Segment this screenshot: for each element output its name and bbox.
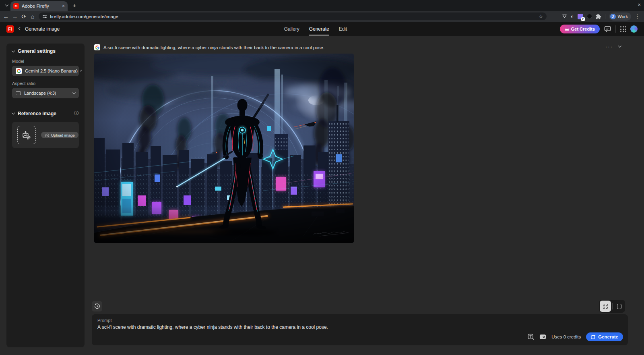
- chevron-down-icon: [12, 49, 15, 52]
- firefly-nav: Gallery Generate Edit: [284, 22, 347, 36]
- funnel-extension-icon[interactable]: [562, 14, 567, 19]
- general-settings-header[interactable]: General settings: [12, 48, 79, 54]
- get-credits-label: Get Credits: [571, 27, 595, 31]
- apps-grid-icon[interactable]: [620, 26, 626, 32]
- generate-button[interactable]: Generate: [586, 332, 623, 341]
- profile-chip[interactable]: J Work: [609, 12, 631, 21]
- site-settings-icon[interactable]: [42, 14, 47, 19]
- toolbar-extensions: ◐ 2 J Work ⋮: [562, 11, 644, 22]
- browser-tab-adobe-firefly[interactable]: Fi Adobe Firefly ×: [10, 1, 68, 11]
- firefly-header: Fi Generate image Gallery Generate Edit …: [0, 22, 644, 36]
- firefly-logo[interactable]: Fi: [6, 25, 14, 33]
- tab-gallery[interactable]: Gallery: [284, 22, 299, 36]
- reference-dropzone[interactable]: [17, 126, 36, 144]
- feedback-bubble-icon[interactable]: [604, 26, 611, 32]
- user-avatar[interactable]: [630, 25, 638, 33]
- info-icon[interactable]: ⓘ: [74, 110, 79, 117]
- cloud-upload-icon: [45, 133, 49, 137]
- aspect-ratio-select[interactable]: Landscape (4:3): [12, 88, 79, 98]
- tab-close-icon[interactable]: ×: [62, 4, 65, 8]
- grid-view-icon: [603, 304, 608, 309]
- new-tab-button[interactable]: +: [71, 2, 78, 9]
- result-model-badge: [94, 44, 100, 50]
- browser-toolbar: ← → ⟳ ⌂ firefly.adobe.com/generate/image…: [0, 11, 644, 22]
- generate-label: Generate: [598, 334, 618, 339]
- crown-icon: [565, 27, 569, 31]
- window-close-button[interactable]: ×: [638, 2, 641, 8]
- home-icon[interactable]: ⌂: [28, 13, 37, 20]
- aspect-ratio-value: Landscape (4:3): [24, 91, 70, 95]
- grid-view-button[interactable]: [600, 301, 611, 312]
- firefly-header-actions: Get Credits: [560, 22, 638, 36]
- chevron-down-icon: [12, 111, 15, 114]
- aspect-ratio-label: Aspect ratio: [12, 81, 79, 86]
- general-settings-title: General settings: [18, 48, 56, 54]
- landscape-ratio-icon: [16, 91, 21, 95]
- model-select[interactable]: Gemini 2.5 (Nano Banana): [12, 66, 79, 76]
- header-divider: [615, 25, 616, 33]
- credits-usage-text: Uses 0 credits: [551, 334, 581, 339]
- gemini-logo-icon: [16, 68, 22, 74]
- credits-icon: [539, 334, 546, 340]
- chevron-down-icon: [5, 3, 8, 6]
- chevron-down-icon: [80, 69, 82, 71]
- browser-window: Fi Adobe Firefly × + × ← → ⟳ ⌂ firefly.a…: [0, 0, 644, 355]
- prompt-label: Prompt: [97, 318, 622, 323]
- reference-image-header[interactable]: Reference image ⓘ: [12, 110, 79, 117]
- forward-icon[interactable]: →: [10, 13, 19, 20]
- history-icon: [94, 303, 100, 309]
- reader-mode-icon[interactable]: ◐: [571, 13, 574, 19]
- tab-edit[interactable]: Edit: [339, 22, 347, 36]
- page-title: Generate image: [25, 26, 60, 32]
- generated-image[interactable]: [94, 54, 354, 243]
- url-text: firefly.adobe.com/generate/image: [50, 14, 536, 19]
- reload-icon[interactable]: ⟳: [19, 13, 28, 20]
- prompt-input[interactable]: A sci-fi scene with dramatic lighting, w…: [97, 324, 622, 330]
- result-prompt-text: A sci-fi scene with dramatic lighting, w…: [103, 45, 324, 50]
- model-label: Model: [12, 59, 79, 64]
- add-image-icon: [22, 130, 31, 140]
- back-icon[interactable]: ←: [2, 13, 10, 20]
- text-prompt-icon[interactable]: [528, 334, 534, 340]
- model-value: Gemini 2.5 (Nano Banana): [25, 69, 78, 73]
- single-view-icon: [617, 304, 621, 309]
- reference-image-title: Reference image: [18, 111, 56, 116]
- single-view-button[interactable]: [614, 301, 624, 311]
- result-more-icon[interactable]: ···: [605, 44, 613, 50]
- bookmark-star-icon[interactable]: ☆: [539, 14, 543, 19]
- get-credits-button[interactable]: Get Credits: [560, 25, 600, 33]
- prompt-bar[interactable]: Prompt A sci-fi scene with dramatic ligh…: [92, 314, 628, 345]
- sidebar-divider: [6, 105, 85, 105]
- address-bar[interactable]: firefly.adobe.com/generate/image ☆: [39, 12, 547, 20]
- browser-tab-strip: Fi Adobe Firefly × + ×: [0, 0, 644, 11]
- toggle-divider: [612, 303, 613, 309]
- generate-icon: [591, 334, 596, 339]
- browser-menu-icon[interactable]: ⋮: [635, 13, 640, 19]
- reference-upload-card: Upload image: [12, 122, 79, 148]
- upload-image-button[interactable]: Upload image: [41, 132, 78, 138]
- chevron-down-icon: [72, 91, 76, 94]
- firefly-favicon: Fi: [13, 3, 19, 9]
- view-toggle: [599, 300, 625, 313]
- tab-title: Adobe Firefly: [22, 4, 59, 8]
- extension-icon[interactable]: 2: [578, 14, 583, 19]
- dark-circle-extension-icon[interactable]: [587, 14, 592, 19]
- tab-search-button[interactable]: [3, 2, 10, 9]
- toolbar-divider: [605, 14, 605, 19]
- prompt-actions: Uses 0 credits Generate: [528, 332, 623, 341]
- tab-generate[interactable]: Generate: [309, 22, 329, 36]
- profile-avatar: J: [610, 14, 616, 19]
- extension-badge: 2: [581, 17, 585, 21]
- upload-image-label: Upload image: [51, 133, 75, 137]
- settings-sidebar: General settings Model Gemini 2.5 (Nano …: [6, 44, 85, 347]
- profile-name: Work: [618, 14, 628, 19]
- result-collapse-icon[interactable]: [618, 44, 621, 48]
- extensions-puzzle-icon[interactable]: [596, 14, 601, 19]
- history-button[interactable]: [92, 301, 102, 311]
- back-chevron-icon[interactable]: [19, 27, 22, 30]
